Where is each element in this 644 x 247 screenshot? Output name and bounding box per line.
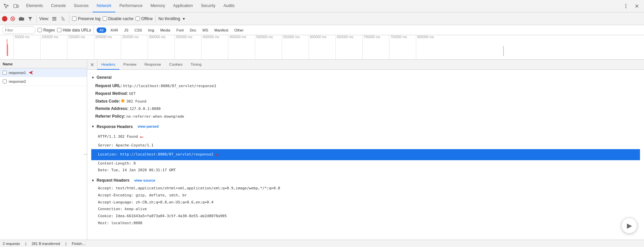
request-checkbox-response1[interactable]	[3, 71, 7, 75]
network-toolbar: View: Preserve log Disable cache Offline…	[0, 12, 644, 25]
preserve-log-checkbox-label[interactable]: Preserve log	[72, 16, 100, 21]
filter-manifest-btn[interactable]: Manifest	[212, 27, 230, 33]
general-section-header[interactable]: ▼ General	[91, 74, 640, 81]
tab-security[interactable]: Security	[197, 0, 219, 12]
request-row-response2[interactable]: response2	[0, 77, 87, 86]
offline-checkbox[interactable]	[136, 16, 140, 21]
filter-js-btn[interactable]: JS	[122, 27, 130, 33]
hide-data-urls-checkbox[interactable]	[57, 28, 61, 32]
filter-xhr-btn[interactable]: XHR	[108, 27, 120, 33]
toolbar-divider-1	[36, 15, 37, 23]
field-remote-address: Remote Address: 127.0.0.1:8080	[91, 105, 640, 113]
status-dot-icon	[121, 99, 124, 103]
detail-panel: ✕ Headers Preview Response Cookies Timin…	[87, 60, 644, 240]
tick-600000: 600000 ms	[309, 35, 326, 59]
tick-500000: 500000 ms	[255, 35, 273, 59]
general-section-title: General	[97, 74, 112, 81]
regex-checkbox[interactable]	[38, 28, 42, 32]
panel-resize-handle[interactable]: ↔	[84, 68, 87, 240]
filter-bar: Regex Hide data URLs All XHR JS CSS Img …	[0, 25, 644, 35]
request-name-list: response1 ➤ response2	[0, 68, 87, 240]
status-bar: 2 requests | 281 B transferred | Finish:…	[0, 240, 644, 247]
status-separator-2: |	[65, 242, 66, 246]
tab-sources[interactable]: Sources	[70, 0, 93, 12]
status-finish: Finish:...	[72, 242, 86, 246]
headers-content: ▼ General Request URL: http://localhost:…	[87, 70, 644, 240]
inspect-element-btn[interactable]	[1, 1, 11, 11]
detail-tab-bar: ✕ Headers Preview Response Cookies Timin…	[87, 60, 644, 70]
field-request-method: Request Method: GET	[91, 90, 640, 98]
filter-other-btn[interactable]: Other	[232, 27, 246, 33]
close-detail-btn[interactable]: ✕	[87, 60, 97, 70]
filter-css-btn[interactable]: CSS	[132, 27, 144, 33]
tab-elements[interactable]: Elements	[22, 0, 47, 12]
view-label: View:	[39, 16, 49, 21]
clear-btn[interactable]	[9, 15, 16, 22]
response-header-line-1: HTTP/1.1 302 Found ←	[91, 131, 640, 142]
detail-tab-timing[interactable]: Timing	[186, 60, 206, 70]
response-headers-title: Response Headers	[97, 124, 133, 130]
throttle-select[interactable]: No throttling ▾	[158, 16, 185, 21]
request-checkbox-response2[interactable]	[3, 79, 7, 83]
tick-250000: 250000 ms	[121, 35, 139, 59]
filter-doc-btn[interactable]: Doc	[188, 27, 199, 33]
regex-checkbox-label[interactable]: Regex	[38, 28, 55, 33]
preserve-log-checkbox[interactable]	[72, 16, 76, 21]
filter-ws-btn[interactable]: WS	[200, 27, 210, 33]
hide-data-urls-checkbox-label[interactable]: Hide data URLs	[57, 28, 91, 33]
svg-point-4	[626, 7, 627, 8]
device-toggle-btn[interactable]	[11, 1, 21, 11]
tick-300000: 300000 ms	[148, 35, 165, 59]
filter-font-btn[interactable]: Font	[174, 27, 186, 33]
tab-audits[interactable]: Audits	[219, 0, 238, 12]
tab-performance[interactable]: Performance	[115, 0, 147, 12]
tick-350000: 350000 ms	[174, 35, 192, 59]
request-headers-title: Request Headers	[97, 177, 129, 184]
tab-memory[interactable]: Memory	[147, 0, 169, 12]
field-status-code: Status Code: 302 Found	[91, 98, 640, 105]
filter-media-btn[interactable]: Media	[158, 27, 172, 33]
request-header-cookie: Cookie: Idea-661643a5=fa873a04-3c5f-4a30…	[91, 213, 640, 220]
request-header-accept-encoding: Accept-Encoding: gzip, deflate, sdch, br	[91, 192, 640, 199]
detail-tab-preview[interactable]: Preview	[119, 60, 141, 70]
svg-rect-11	[52, 17, 56, 18]
camera-btn[interactable]	[18, 15, 25, 22]
detail-tab-cookies[interactable]: Cookies	[165, 60, 186, 70]
view-waterfall-btn[interactable]	[60, 15, 66, 22]
filter-img-btn[interactable]: Img	[146, 27, 156, 33]
filter-btn[interactable]	[27, 15, 34, 22]
record-btn[interactable]	[2, 16, 7, 21]
response-header-line-5: Date: Tue, 14 Jan 2020 06:31:17 GMT	[91, 167, 640, 174]
offline-checkbox-label[interactable]: Offline	[136, 16, 153, 21]
disable-cache-checkbox[interactable]	[103, 16, 107, 21]
detail-tab-headers[interactable]: Headers	[97, 60, 119, 70]
view-list-btn[interactable]	[51, 15, 58, 22]
request-name-response2: response2	[9, 79, 26, 83]
request-headers-section-header[interactable]: ▼ Request Headers view source	[91, 177, 640, 184]
tab-application[interactable]: Application	[169, 0, 197, 12]
more-options-btn[interactable]	[621, 1, 631, 11]
detail-tab-response[interactable]: Response	[141, 60, 165, 70]
tab-network[interactable]: Network	[93, 0, 115, 12]
tick-200000: 200000 ms	[94, 35, 112, 59]
filter-input[interactable]	[2, 26, 36, 34]
filter-all-btn[interactable]: All	[97, 27, 106, 33]
tab-console[interactable]: Console	[47, 0, 70, 12]
response-headers-section-header[interactable]: ▼ Response Headers view parsed	[91, 124, 640, 130]
toolbar-divider-3	[155, 15, 156, 23]
general-triangle-icon: ▼	[91, 75, 95, 80]
tick-550000: 550000 ms	[282, 35, 300, 59]
timeline-bar: 50000 ms 100000 ms 150000 ms 200000 ms 2…	[0, 35, 644, 60]
request-header-accept: Accept: text/html,application/xhtml+xml,…	[91, 185, 640, 192]
status-separator-1: |	[25, 242, 26, 246]
view-parsed-link[interactable]: view parsed	[138, 124, 159, 130]
response-header-line-2: Server: Apache-Coyote/1.1	[91, 142, 640, 149]
field-referrer-policy: Referrer Policy: no-referrer-when-downgr…	[91, 113, 640, 120]
disable-cache-checkbox-label[interactable]: Disable cache	[103, 16, 133, 21]
close-devtools-btn[interactable]: ✕	[632, 1, 641, 11]
view-source-link[interactable]: view source	[134, 178, 155, 184]
request-header-accept-language: Accept-Language: zh-CN,zh;q=0.8,en-US;q=…	[91, 199, 640, 206]
response-headers-triangle-icon: ▼	[91, 124, 95, 129]
floating-play-btn[interactable]: ▶	[621, 218, 637, 234]
request-row-response1[interactable]: response1 ➤	[0, 68, 87, 77]
